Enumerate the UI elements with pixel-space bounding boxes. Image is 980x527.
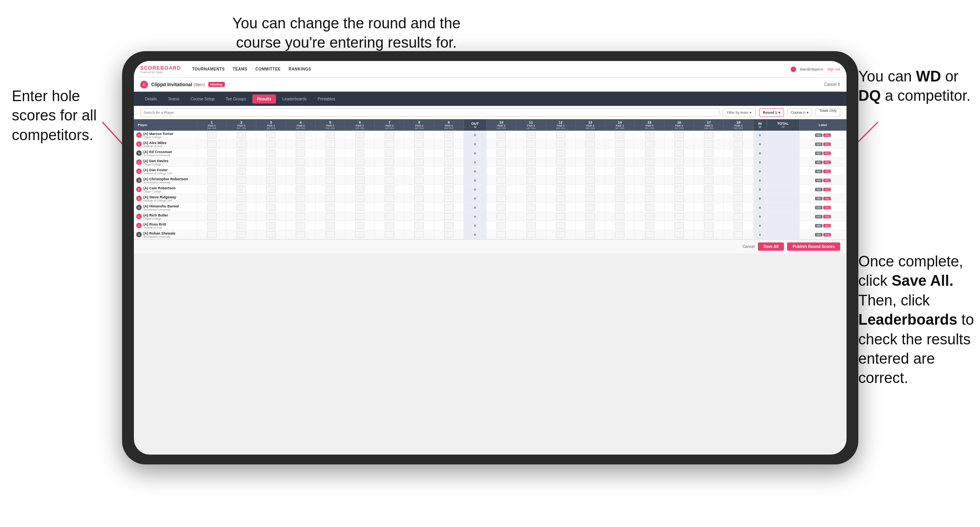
hole-9-input-row-10[interactable]	[434, 221, 463, 230]
hole-11-input-row-10[interactable]	[516, 221, 546, 230]
hole-11-input-row-8[interactable]	[516, 203, 546, 212]
hole-2-input-row-9[interactable]	[226, 212, 256, 221]
hole-13-input-row-9[interactable]	[575, 212, 605, 221]
hole-2-input-row-11[interactable]	[226, 230, 256, 239]
hole-4-input-row-9[interactable]	[286, 212, 315, 221]
nav-tournaments[interactable]: TOURNAMENTS	[192, 67, 225, 71]
wd-button-row-11[interactable]: WD	[815, 233, 823, 237]
hole-15-input-row-6[interactable]	[635, 185, 664, 194]
hole-9-input-row-11[interactable]	[434, 230, 463, 239]
hole-5-input-row-1[interactable]	[315, 140, 345, 149]
hole-15-input-row-3[interactable]	[635, 158, 664, 167]
hole-14-input-row-2[interactable]	[605, 149, 635, 158]
hole-11-input-row-3[interactable]	[516, 158, 546, 167]
hole-15-input-row-10[interactable]	[635, 221, 664, 230]
hole-10-input-row-6[interactable]	[487, 185, 516, 194]
hole-6-input-row-7[interactable]	[345, 194, 374, 203]
hole-18-input-row-11[interactable]	[724, 230, 753, 239]
publish-round-scores-button[interactable]: Publish Round Scores	[787, 242, 840, 251]
hole-7-input-row-11[interactable]	[375, 230, 404, 239]
dq-button-row-4[interactable]: DQ	[823, 170, 831, 173]
wd-button-row-7[interactable]: WD	[815, 197, 823, 200]
hole-2-input-row-2[interactable]	[226, 149, 256, 158]
hole-7-input-row-2[interactable]	[375, 149, 404, 158]
hole-2-input-row-10[interactable]	[226, 221, 256, 230]
hole-16-input-row-6[interactable]	[664, 185, 694, 194]
hole-5-input-row-3[interactable]	[315, 158, 345, 167]
hole-14-input-row-1[interactable]	[605, 140, 635, 149]
hole-3-input-row-10[interactable]	[256, 221, 286, 230]
hole-17-input-row-1[interactable]	[694, 140, 724, 149]
hole-7-input-row-1[interactable]	[375, 140, 404, 149]
hole-10-input-row-10[interactable]	[487, 221, 516, 230]
hole-12-input-row-9[interactable]	[546, 212, 575, 221]
hole-11-input-row-11[interactable]	[516, 230, 546, 239]
hole-6-input-row-0[interactable]	[345, 131, 374, 140]
hole-17-input-row-0[interactable]	[694, 131, 724, 140]
hole-8-input-row-9[interactable]	[404, 212, 434, 221]
hole-12-input-row-2[interactable]	[546, 149, 575, 158]
hole-12-input-row-6[interactable]	[546, 185, 575, 194]
hole-3-input-row-5[interactable]	[256, 176, 286, 185]
hole-2-input-row-5[interactable]	[226, 176, 256, 185]
course-select[interactable]: Course A ▾	[787, 108, 812, 117]
hole-16-input-row-7[interactable]	[664, 194, 694, 203]
hole-2-input-row-6[interactable]	[226, 185, 256, 194]
save-all-button[interactable]: Save All	[758, 242, 784, 251]
tab-leaderboards[interactable]: Leaderboards	[278, 94, 311, 104]
hole-2-input-row-4[interactable]	[226, 167, 256, 176]
hole-10-input-row-11[interactable]	[487, 230, 516, 239]
hole-5-input-row-10[interactable]	[315, 221, 345, 230]
hole-16-input-row-8[interactable]	[664, 203, 694, 212]
hole-4-input-row-4[interactable]	[286, 167, 315, 176]
hole-16-input-row-5[interactable]	[664, 176, 694, 185]
hole-11-input-row-7[interactable]	[516, 194, 546, 203]
wd-button-row-3[interactable]: WD	[815, 161, 823, 164]
hole-7-input-row-10[interactable]	[375, 221, 404, 230]
hole-2-input-row-0[interactable]	[226, 131, 256, 140]
hole-3-input-row-8[interactable]	[256, 203, 286, 212]
hole-6-input-row-1[interactable]	[345, 140, 374, 149]
hole-4-input-row-11[interactable]	[286, 230, 315, 239]
hole-8-input-row-10[interactable]	[404, 221, 434, 230]
hole-9-input-row-7[interactable]	[434, 194, 463, 203]
hole-13-input-row-11[interactable]	[575, 230, 605, 239]
hole-5-input-row-0[interactable]	[315, 131, 345, 140]
hole-17-input-row-7[interactable]	[694, 194, 724, 203]
wd-button-row-6[interactable]: WD	[815, 188, 823, 191]
hole-11-input-row-9[interactable]	[516, 212, 546, 221]
hole-4-input-row-7[interactable]	[286, 194, 315, 203]
hole-5-input-row-6[interactable]	[315, 185, 345, 194]
nav-rankings[interactable]: RANKINGS	[289, 67, 311, 71]
tab-results[interactable]: Results	[252, 94, 276, 104]
hole-12-input-row-3[interactable]	[546, 158, 575, 167]
hole-3-input-row-9[interactable]	[256, 212, 286, 221]
hole-9-input-row-1[interactable]	[434, 140, 463, 149]
hole-2-input-row-7[interactable]	[226, 194, 256, 203]
hole-5-input-row-7[interactable]	[315, 194, 345, 203]
hole-8-input-row-4[interactable]	[404, 167, 434, 176]
hole-3-input-row-11[interactable]	[256, 230, 286, 239]
hole-6-input-row-6[interactable]	[345, 185, 374, 194]
hole-14-input-row-7[interactable]	[605, 194, 635, 203]
hole-9-input-row-4[interactable]	[434, 167, 463, 176]
dq-button-row-11[interactable]: DQ	[823, 233, 831, 237]
hole-7-input-row-5[interactable]	[375, 176, 404, 185]
hole-10-input-row-7[interactable]	[487, 194, 516, 203]
hole-14-input-row-0[interactable]	[605, 131, 635, 140]
dq-button-row-6[interactable]: DQ	[823, 188, 831, 191]
dq-button-row-0[interactable]: DQ	[823, 133, 831, 137]
hole-5-input-row-8[interactable]	[315, 203, 345, 212]
hole-12-input-row-0[interactable]	[546, 131, 575, 140]
hole-17-input-row-9[interactable]	[694, 212, 724, 221]
hole-11-input-row-6[interactable]	[516, 185, 546, 194]
hole-9-input-row-9[interactable]	[434, 212, 463, 221]
hole-13-input-row-7[interactable]	[575, 194, 605, 203]
hole-1-input-row-4[interactable]	[197, 167, 226, 176]
hole-3-input-row-4[interactable]	[256, 167, 286, 176]
hole-2-input-row-3[interactable]	[226, 158, 256, 167]
dq-button-row-9[interactable]: DQ	[823, 215, 831, 218]
hole-1-input-row-1[interactable]	[197, 140, 226, 149]
hole-8-input-row-0[interactable]	[404, 131, 434, 140]
hole-6-input-row-10[interactable]	[345, 221, 374, 230]
